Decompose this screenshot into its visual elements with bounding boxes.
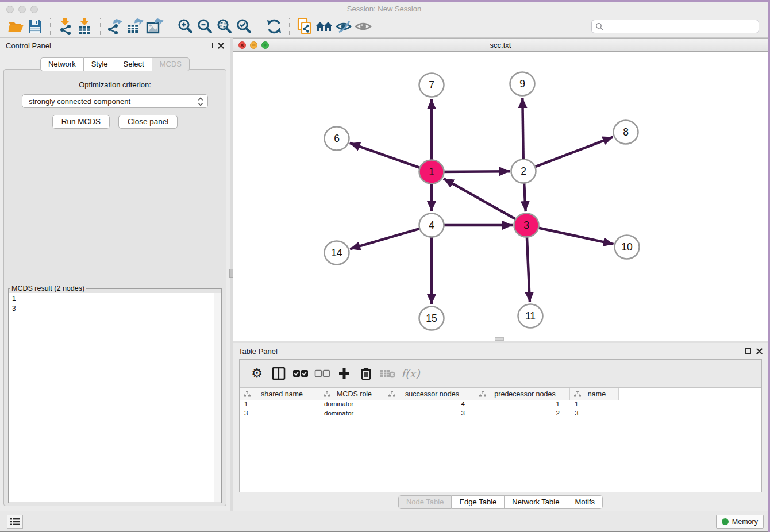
table-cell[interactable]: 4 (384, 400, 475, 410)
canvas-resize-handle[interactable] (495, 337, 504, 341)
tab-mcds[interactable]: MCDS (152, 57, 190, 71)
network-canvas[interactable]: 7968124314101511 (233, 52, 768, 341)
table-cell[interactable]: 1 (475, 400, 570, 410)
settings-gear-icon[interactable]: ⚙ (248, 365, 265, 382)
node-10[interactable]: 10 (615, 236, 640, 259)
delete-row-icon[interactable] (357, 365, 375, 382)
table-tabs: Node TableEdge TableNetwork TableMotifs (233, 495, 768, 509)
export-table-icon[interactable] (125, 17, 145, 36)
table-cell[interactable]: 3 (384, 410, 475, 419)
node-2[interactable]: 2 (511, 160, 536, 183)
network-graph[interactable]: 7968124314101511 (233, 52, 768, 340)
deselect-all-columns-icon[interactable] (314, 365, 331, 382)
zoom-selected-icon[interactable] (234, 17, 253, 36)
hierarchy-icon (244, 391, 251, 397)
table-cell[interactable]: 3 (570, 410, 619, 419)
edge-3-1[interactable] (444, 179, 523, 223)
tab-network[interactable]: Network (40, 57, 84, 71)
import-network-icon[interactable] (56, 17, 75, 36)
import-table-icon[interactable] (75, 17, 95, 36)
export-network-icon[interactable] (106, 17, 125, 36)
table-row[interactable]: 1dominator411 (240, 400, 761, 410)
node-label: 1 (429, 166, 434, 178)
table-cell[interactable]: 1 (570, 400, 619, 410)
search-field[interactable] (591, 20, 759, 33)
node-label: 8 (623, 126, 629, 138)
node-11[interactable]: 11 (518, 304, 543, 328)
run-mcds-button[interactable]: Run MCDS (52, 115, 110, 129)
memory-label: Memory (732, 518, 758, 526)
tab-motifs[interactable]: Motifs (567, 495, 603, 509)
close-panel-icon[interactable] (218, 43, 224, 49)
edge-4-14[interactable] (350, 226, 428, 249)
table-row[interactable]: 3dominator323 (240, 410, 761, 419)
hide-selected-eye-icon[interactable] (334, 17, 353, 36)
tab-style[interactable]: Style (84, 57, 116, 71)
node-label: 3 (523, 219, 529, 231)
tab-network-table[interactable]: Network Table (505, 495, 567, 509)
zoom-fit-icon[interactable] (214, 17, 234, 36)
mcds-result-lines: 1 3 (9, 293, 221, 315)
hierarchy-icon (388, 391, 395, 397)
node-7[interactable]: 7 (419, 74, 444, 97)
node-15[interactable]: 15 (419, 307, 444, 330)
criterion-select[interactable]: strongly connected component (22, 94, 208, 108)
column-header-shared-name[interactable]: shared name (240, 388, 319, 400)
function-builder-icon[interactable]: f(x) (401, 365, 420, 382)
show-all-eye-icon[interactable] (353, 17, 373, 36)
table-float-panel-icon[interactable] (745, 348, 751, 354)
column-header-MCDS-role[interactable]: MCDS role (319, 388, 384, 400)
table-close-panel-icon[interactable] (756, 348, 763, 354)
main-toolbar (0, 15, 768, 38)
table-cell[interactable]: 1 (240, 400, 319, 410)
tab-node-table[interactable]: Node Table (398, 495, 452, 509)
result-scrollbar[interactable] (214, 293, 221, 502)
close-panel-button[interactable]: Close panel (118, 115, 178, 129)
node-14[interactable]: 14 (325, 241, 349, 265)
select-all-columns-icon[interactable] (292, 365, 309, 382)
zoom-out-icon[interactable] (195, 17, 214, 36)
edge-3-11[interactable] (526, 229, 530, 302)
table-cell[interactable]: dominator (319, 410, 384, 419)
status-bar: Memory (0, 511, 768, 531)
main-content: Control Panel NetworkStyleSelectMCDS Opt… (0, 38, 768, 511)
column-header-predecessor-nodes[interactable]: predecessor nodes (475, 388, 570, 400)
node-label: 2 (521, 165, 526, 177)
column-header-name[interactable]: name (570, 388, 619, 400)
edge-2-8[interactable] (527, 137, 613, 170)
node-4[interactable]: 4 (419, 214, 444, 237)
toggle-panel-icon[interactable] (270, 365, 287, 382)
edge-3-10[interactable] (530, 226, 614, 244)
tab-select[interactable]: Select (116, 57, 152, 71)
tab-edge-table[interactable]: Edge Table (452, 495, 505, 509)
edge-1-6[interactable] (350, 143, 429, 171)
refresh-icon[interactable] (264, 17, 284, 36)
task-history-button[interactable] (7, 515, 23, 529)
clone-network-icon[interactable] (295, 17, 314, 36)
open-session-icon[interactable] (6, 17, 25, 36)
save-session-icon[interactable] (25, 17, 45, 36)
edge-1-2[interactable] (435, 171, 510, 172)
table-cell[interactable]: 3 (240, 410, 319, 419)
column-header-successor-nodes[interactable]: successor nodes (384, 388, 475, 400)
table-cell[interactable]: 2 (475, 410, 570, 419)
zoom-in-icon[interactable] (175, 17, 195, 36)
node-3[interactable]: 3 (514, 214, 539, 237)
toolbar-separator (100, 18, 101, 35)
node-6[interactable]: 6 (325, 127, 349, 151)
add-row-icon[interactable] (336, 365, 353, 382)
node-1[interactable]: 1 (419, 160, 444, 184)
mcds-result-area[interactable]: 1 3 (9, 293, 221, 502)
memory-button[interactable]: Memory (716, 515, 764, 529)
first-neighbors-icon[interactable] (314, 17, 334, 36)
table-cell[interactable]: dominator (319, 400, 384, 410)
node-8[interactable]: 8 (614, 121, 638, 144)
network-titlebar[interactable]: scc.txt (233, 38, 768, 52)
float-panel-icon[interactable] (207, 43, 213, 48)
edge-2-9[interactable] (522, 98, 523, 168)
node-9[interactable]: 9 (510, 72, 535, 96)
control-panel-title: Control Panel (6, 41, 207, 50)
search-input[interactable] (606, 22, 755, 30)
export-image-icon[interactable] (145, 17, 164, 36)
delete-table-icon[interactable] (379, 365, 396, 382)
